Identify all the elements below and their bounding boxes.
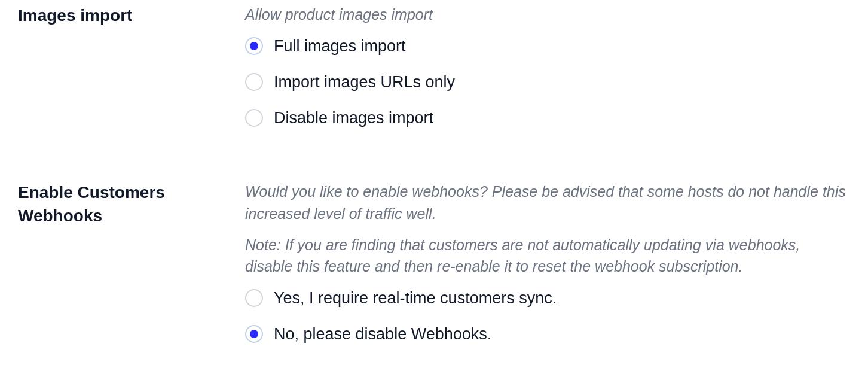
radio-circle-icon — [245, 37, 263, 55]
customers-webhooks-radio-group: Yes, I require real-time customers sync.… — [245, 288, 850, 343]
radio-option-full-images-import[interactable]: Full images import — [245, 37, 850, 55]
radio-label: No, please disable Webhooks. — [274, 326, 491, 342]
setting-group-images-import: Images import Allow product images impor… — [18, 0, 850, 127]
settings-container: Images import Allow product images impor… — [0, 0, 868, 367]
setting-content-column: Allow product images import Full images … — [245, 4, 850, 127]
customers-webhooks-title: Enable Customers Webhooks — [18, 181, 245, 227]
radio-label: Import images URLs only — [274, 74, 455, 90]
radio-label: Yes, I require real-time customers sync. — [274, 290, 557, 306]
images-import-radio-group: Full images import Import images URLs on… — [245, 36, 850, 127]
setting-content-column: Would you like to enable webhooks? Pleas… — [245, 181, 850, 343]
setting-group-customers-webhooks: Enable Customers Webhooks Would you like… — [18, 127, 850, 343]
radio-circle-icon — [245, 109, 263, 127]
radio-circle-icon — [245, 289, 263, 307]
radio-option-disable-images-import[interactable]: Disable images import — [245, 109, 850, 127]
radio-circle-icon — [245, 325, 263, 343]
setting-label-column: Images import — [18, 4, 245, 27]
radio-label: Disable images import — [274, 110, 433, 126]
customers-webhooks-description-1: Would you like to enable webhooks? Pleas… — [245, 181, 850, 224]
radio-option-yes-webhooks[interactable]: Yes, I require real-time customers sync. — [245, 289, 850, 307]
customers-webhooks-description-2: Note: If you are finding that customers … — [245, 234, 850, 278]
radio-circle-icon — [245, 73, 263, 91]
images-import-description: Allow product images import — [245, 4, 850, 25]
radio-option-import-urls-only[interactable]: Import images URLs only — [245, 73, 850, 91]
images-import-title: Images import — [18, 4, 245, 27]
radio-label: Full images import — [274, 38, 406, 54]
setting-label-column: Enable Customers Webhooks — [18, 181, 245, 227]
radio-option-no-webhooks[interactable]: No, please disable Webhooks. — [245, 325, 850, 343]
